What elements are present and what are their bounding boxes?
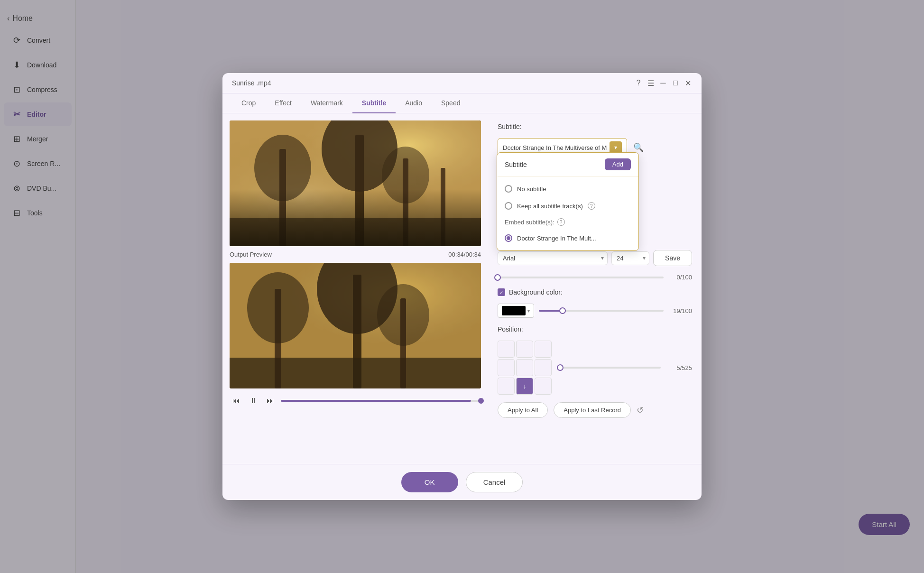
- pos-cell-mid-left[interactable]: [498, 359, 515, 376]
- dropdown-option-keep-all[interactable]: Keep all subtitle track(s) ?: [497, 197, 638, 214]
- svg-rect-3: [355, 135, 364, 246]
- font-select[interactable]: Arial: [498, 251, 608, 265]
- font-row: Arial 24 Save: [498, 250, 692, 266]
- tabs-bar: Crop Effect Watermark Subtitle Audio Spe…: [222, 93, 702, 113]
- rewind-button[interactable]: ⏮: [230, 394, 243, 407]
- radio-no-subtitle[interactable]: [505, 185, 512, 193]
- video-timestamp: 00:34/00:34: [448, 251, 481, 258]
- bg-opacity-slider-thumb[interactable]: [559, 307, 566, 314]
- ok-button[interactable]: OK: [401, 472, 458, 492]
- radio-keep-all[interactable]: [505, 202, 512, 210]
- modal-help-button[interactable]: ?: [634, 79, 643, 87]
- font-size-wrapper: 24: [611, 251, 649, 265]
- bg-opacity-slider-track[interactable]: [539, 310, 664, 312]
- keep-all-help-icon[interactable]: ?: [588, 202, 595, 210]
- tab-speed[interactable]: Speed: [432, 93, 470, 113]
- svg-rect-18: [400, 298, 406, 388]
- pos-cell-bot-right[interactable]: [535, 378, 552, 395]
- svg-rect-0: [230, 120, 481, 246]
- modal-body: Output Preview 00:34/00:34: [222, 113, 702, 464]
- opacity-slider-row: 0/100: [498, 274, 692, 281]
- tab-audio[interactable]: Audio: [396, 93, 432, 113]
- video-section: Output Preview 00:34/00:34: [222, 113, 488, 464]
- position-slider-track[interactable]: [559, 367, 661, 369]
- pos-cell-mid-center[interactable]: [516, 359, 533, 376]
- svg-rect-10: [230, 218, 481, 246]
- apply-last-button[interactable]: Apply to Last Record: [554, 402, 631, 418]
- video-label-row: Output Preview 00:34/00:34: [230, 250, 481, 259]
- svg-point-19: [377, 284, 429, 346]
- progress-fill: [281, 400, 471, 402]
- pos-cell-top-center[interactable]: [516, 341, 533, 358]
- subtitle-dropdown-panel: Subtitle Add No subtitle: [497, 152, 639, 251]
- font-size-select[interactable]: 24: [611, 251, 649, 265]
- subtitle-select-text: Doctor Strange In The Multiverse of M: [503, 144, 607, 151]
- svg-rect-5: [279, 149, 286, 246]
- tab-watermark[interactable]: Watermark: [301, 93, 352, 113]
- cancel-button[interactable]: Cancel: [466, 472, 523, 492]
- subtitle-panel-label: Subtitle:: [498, 123, 692, 130]
- modal-settings-button[interactable]: ☰: [647, 79, 655, 87]
- background-color-row: ✓ Background color:: [498, 288, 692, 296]
- radio-doctor-strange[interactable]: [505, 234, 512, 242]
- dropdown-option-no-subtitle[interactable]: No subtitle: [497, 180, 638, 197]
- refresh-button[interactable]: ↺: [637, 405, 644, 416]
- opacity-value: 0/100: [668, 274, 692, 281]
- pos-cell-top-left[interactable]: [498, 341, 515, 358]
- modal-controls: ? ☰ ─ □ ✕: [634, 79, 692, 87]
- svg-point-8: [382, 147, 429, 203]
- dropdown-option-doctor-strange[interactable]: Doctor Strange In The Mult...: [497, 230, 638, 247]
- right-panel: Subtitle: Doctor Strange In The Multiver…: [488, 113, 702, 464]
- output-preview-label: Output Preview: [230, 251, 272, 258]
- forward-button[interactable]: ⏭: [264, 394, 277, 407]
- svg-rect-20: [230, 358, 481, 388]
- svg-rect-9: [441, 168, 445, 246]
- pause-button[interactable]: ⏸: [247, 394, 260, 407]
- embed-help-icon[interactable]: ?: [557, 218, 565, 226]
- add-subtitle-button[interactable]: Add: [605, 158, 631, 170]
- position-slider-thumb[interactable]: [557, 364, 564, 371]
- color-dropdown-arrow-icon: ▾: [527, 308, 530, 314]
- svg-rect-11: [230, 120, 481, 246]
- font-select-wrapper: Arial: [498, 251, 608, 265]
- pos-cell-bot-left[interactable]: [498, 378, 515, 395]
- svg-point-4: [322, 120, 397, 192]
- modal-window: Sunrise .mp4 ? ☰ ─ □ ✕ Crop Effect Water…: [222, 73, 702, 500]
- tab-subtitle[interactable]: Subtitle: [352, 93, 396, 113]
- position-label: Position:: [498, 325, 692, 333]
- opacity-slider-thumb[interactable]: [494, 274, 501, 281]
- progress-bar[interactable]: [281, 400, 481, 402]
- svg-point-15: [317, 263, 397, 334]
- pos-cell-bot-center[interactable]: ↓: [516, 378, 533, 395]
- no-subtitle-label: No subtitle: [517, 185, 546, 193]
- keep-all-label: Keep all subtitle track(s): [517, 203, 583, 210]
- save-button[interactable]: Save: [653, 250, 692, 266]
- color-slider-row: ▾ 19/100: [498, 304, 692, 318]
- position-value: 5/525: [668, 364, 692, 371]
- svg-rect-2: [230, 120, 481, 246]
- modal-maximize-button[interactable]: □: [671, 79, 680, 87]
- svg-rect-14: [353, 275, 361, 388]
- opacity-slider-track[interactable]: [498, 277, 664, 278]
- bg-opacity-value: 19/100: [668, 307, 692, 314]
- embed-label: Embed subtitle(s):: [505, 219, 554, 226]
- action-row: Apply to All Apply to Last Record ↺: [498, 402, 692, 418]
- background-color-checkbox[interactable]: ✓: [498, 288, 505, 296]
- svg-rect-1: [230, 120, 481, 246]
- tab-effect[interactable]: Effect: [265, 93, 301, 113]
- dropdown-header: Subtitle Add: [497, 153, 638, 176]
- svg-rect-16: [275, 289, 281, 388]
- modal-minimize-button[interactable]: ─: [659, 79, 667, 87]
- pos-cell-mid-right[interactable]: [535, 359, 552, 376]
- position-row: ↓ 5/525: [498, 341, 692, 395]
- doctor-strange-label: Doctor Strange In The Mult...: [517, 235, 596, 242]
- modal-close-button[interactable]: ✕: [684, 79, 692, 87]
- tab-crop[interactable]: Crop: [232, 93, 265, 113]
- color-block: [502, 306, 526, 315]
- apply-all-button[interactable]: Apply to All: [498, 402, 548, 418]
- video-preview-bottom: [230, 263, 481, 388]
- color-swatch[interactable]: ▾: [498, 304, 534, 318]
- svg-point-6: [254, 135, 311, 201]
- pos-cell-top-right[interactable]: [535, 341, 552, 358]
- video-controls: ⏮ ⏸ ⏭: [230, 392, 481, 409]
